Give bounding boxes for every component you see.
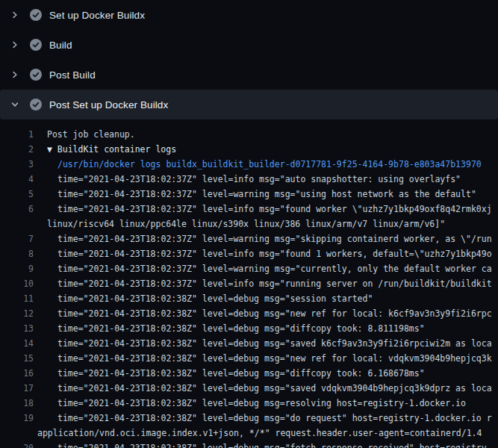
log-line: 3 /usr/bin/docker logs buildx_buildkit_b… xyxy=(0,157,498,172)
line-number[interactable]: 3 xyxy=(0,157,34,172)
log-line[interactable]: 2 ▼ BuildKit container logs xyxy=(0,142,498,157)
log-text: time="2021-04-23T18:02:38Z" level=debug … xyxy=(34,336,498,351)
line-number[interactable]: 17 xyxy=(0,381,34,396)
log-group-toggle[interactable]: ▼ BuildKit container logs xyxy=(34,142,498,157)
log-command-text: /usr/bin/docker logs buildx_buildkit_bui… xyxy=(34,157,498,172)
log-text: time="2021-04-23T18:02:38Z" level=debug … xyxy=(34,441,498,448)
log-text: time="2021-04-23T18:02:37Z" level=warnin… xyxy=(34,231,498,246)
log-line: 6 time="2021-04-23T18:02:37Z" level=info… xyxy=(0,202,498,217)
line-number[interactable]: 7 xyxy=(0,231,34,246)
line-number xyxy=(0,426,34,441)
log-line: 14 time="2021-04-23T18:02:38Z" level=deb… xyxy=(0,336,498,351)
log-line: 12 time="2021-04-23T18:02:38Z" level=deb… xyxy=(0,306,498,321)
section-title: Build xyxy=(49,40,72,51)
log-text: Post job cleanup. xyxy=(34,127,498,142)
section-row[interactable]: Build xyxy=(0,30,498,60)
log-line: 9 time="2021-04-23T18:02:37Z" level=warn… xyxy=(0,261,498,276)
log-text: time="2021-04-23T18:02:38Z" level=debug … xyxy=(34,396,498,411)
chevron-right-icon[interactable] xyxy=(9,9,21,21)
log-line: 11 time="2021-04-23T18:02:38Z" level=deb… xyxy=(0,291,498,306)
line-number[interactable]: 8 xyxy=(0,246,34,261)
step-log-output: 1 Post job cleanup. 2 ▼ BuildKit contain… xyxy=(0,119,498,448)
line-number xyxy=(0,217,34,231)
log-line: 18 time="2021-04-23T18:02:38Z" level=deb… xyxy=(0,396,498,411)
log-line: 17 time="2021-04-23T18:02:38Z" level=deb… xyxy=(0,381,498,396)
log-line: linux/riscv64 linux/ppc64le linux/s390x … xyxy=(0,217,498,231)
line-number[interactable]: 5 xyxy=(0,187,34,202)
log-text: application/vnd.oci.image.index.v1+json,… xyxy=(34,426,498,441)
log-text: time="2021-04-23T18:02:37Z" level=info m… xyxy=(34,276,498,291)
chevron-right-icon[interactable] xyxy=(9,69,21,81)
log-line: 10 time="2021-04-23T18:02:37Z" level=inf… xyxy=(0,276,498,291)
log-text: time="2021-04-23T18:02:38Z" level=debug … xyxy=(34,291,498,306)
log-line: 8 time="2021-04-23T18:02:37Z" level=info… xyxy=(0,246,498,261)
log-line: 1 Post job cleanup. xyxy=(0,127,498,142)
section-title: Post Build xyxy=(49,69,96,81)
line-number[interactable]: 15 xyxy=(0,351,34,366)
line-number[interactable]: 13 xyxy=(0,321,34,336)
log-line: 15 time="2021-04-23T18:02:38Z" level=deb… xyxy=(0,351,498,366)
log-line: application/vnd.oci.image.index.v1+json,… xyxy=(0,426,498,441)
line-number[interactable]: 19 xyxy=(0,411,34,426)
log-line: 4 time="2021-04-23T18:02:37Z" level=info… xyxy=(0,172,498,187)
line-number[interactable]: 20 xyxy=(0,441,34,448)
line-number[interactable]: 14 xyxy=(0,336,34,351)
log-text: time="2021-04-23T18:02:38Z" level=debug … xyxy=(34,411,498,426)
log-text: time="2021-04-23T18:02:38Z" level=debug … xyxy=(34,306,498,321)
check-circle-icon xyxy=(30,99,42,111)
line-number[interactable]: 9 xyxy=(0,261,34,276)
log-line: 19 time="2021-04-23T18:02:38Z" level=deb… xyxy=(0,411,498,426)
log-text: time="2021-04-23T18:02:37Z" level=warnin… xyxy=(34,187,498,202)
chevron-right-icon[interactable] xyxy=(9,39,21,51)
line-number[interactable]: 16 xyxy=(0,366,34,381)
log-line: 7 time="2021-04-23T18:02:37Z" level=warn… xyxy=(0,231,498,246)
line-number[interactable]: 2 xyxy=(0,142,34,157)
line-number[interactable]: 18 xyxy=(0,396,34,411)
check-circle-icon xyxy=(30,39,42,51)
log-text: time="2021-04-23T18:02:38Z" level=debug … xyxy=(34,321,498,336)
log-text: time="2021-04-23T18:02:38Z" level=debug … xyxy=(34,381,498,396)
line-number[interactable]: 12 xyxy=(0,306,34,321)
log-text: time="2021-04-23T18:02:38Z" level=debug … xyxy=(34,351,498,366)
line-number[interactable]: 6 xyxy=(0,202,34,217)
line-number[interactable]: 10 xyxy=(0,276,34,291)
log-text: time="2021-04-23T18:02:38Z" level=debug … xyxy=(34,366,498,381)
log-text: linux/riscv64 linux/ppc64le linux/s390x … xyxy=(34,217,498,231)
log-text: time="2021-04-23T18:02:37Z" level=info m… xyxy=(34,172,498,187)
log-line: 5 time="2021-04-23T18:02:37Z" level=warn… xyxy=(0,187,498,202)
section-title: Set up Docker Buildx xyxy=(49,10,145,21)
log-line: 13 time="2021-04-23T18:02:38Z" level=deb… xyxy=(0,321,498,336)
log-text: time="2021-04-23T18:02:37Z" level=info m… xyxy=(34,202,498,217)
section-row[interactable]: Post Set up Docker Buildx xyxy=(0,90,498,119)
log-text: time="2021-04-23T18:02:37Z" level=info m… xyxy=(34,246,498,261)
log-text: time="2021-04-23T18:02:37Z" level=warnin… xyxy=(34,261,498,276)
line-number[interactable]: 1 xyxy=(0,127,34,142)
job-steps-list: Set up Docker Buildx Build Post Buil xyxy=(0,0,498,119)
chevron-down-icon[interactable] xyxy=(9,99,21,111)
section-title: Post Set up Docker Buildx xyxy=(49,99,168,111)
section-row[interactable]: Set up Docker Buildx xyxy=(0,0,498,30)
line-number[interactable]: 11 xyxy=(0,291,34,306)
log-line: 16 time="2021-04-23T18:02:38Z" level=deb… xyxy=(0,366,498,381)
line-number[interactable]: 4 xyxy=(0,172,34,187)
check-circle-icon xyxy=(30,69,42,81)
section-row[interactable]: Post Build xyxy=(0,60,498,90)
log-line: 20 time="2021-04-23T18:02:38Z" level=deb… xyxy=(0,441,498,448)
check-circle-icon xyxy=(30,9,42,21)
